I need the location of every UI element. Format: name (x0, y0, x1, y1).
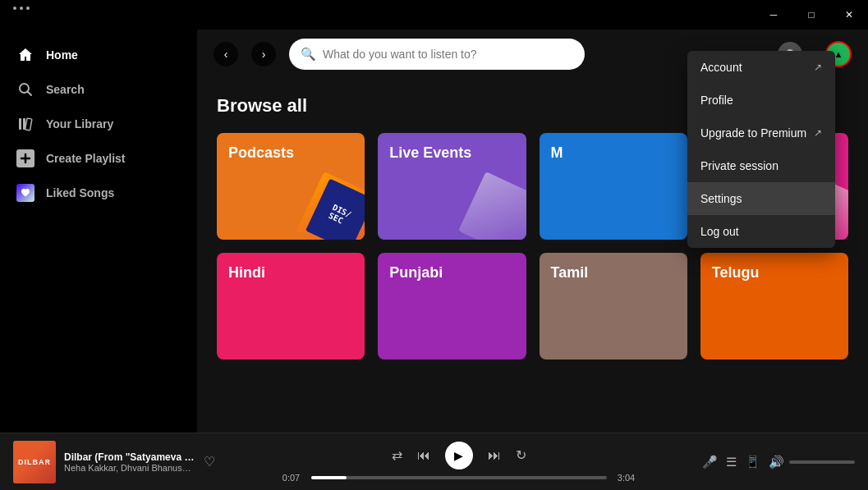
progress-fill (311, 476, 347, 479)
next-button[interactable]: ⏭ (488, 448, 501, 463)
player-title: Dilbar (From "Satyameva Jayate") (64, 451, 195, 463)
search-bar[interactable]: 🔍 (289, 39, 585, 70)
liked-songs-icon (16, 184, 34, 202)
repeat-button[interactable]: ↻ (516, 447, 526, 463)
maximize-button[interactable]: □ (792, 0, 830, 30)
category-hindi[interactable]: Hindi (217, 253, 365, 359)
plus-icon (16, 149, 34, 167)
current-time: 0:07 (278, 473, 305, 483)
dropdown-account[interactable]: Account ↗ (687, 51, 835, 84)
svg-rect-2 (19, 118, 21, 130)
player-bar: DILBAR Dilbar (From "Satyameva Jayate") … (0, 433, 868, 490)
dropdown-profile[interactable]: Profile (687, 84, 835, 117)
category-tamil[interactable]: Tamil (540, 253, 687, 359)
category-punjabi[interactable]: Punjabi (378, 253, 526, 359)
dropdown-settings[interactable]: Settings (687, 182, 835, 215)
volume-icon[interactable]: 🔊 (769, 455, 784, 469)
shuffle-button[interactable]: ⇄ (392, 447, 402, 463)
external-link-icon-2: ↗ (814, 127, 822, 139)
category-music[interactable]: M (540, 133, 687, 240)
lyrics-icon[interactable]: 🎤 (702, 455, 718, 469)
category-telugu[interactable]: Telugu (700, 253, 848, 359)
title-bar: ─ □ ✕ (0, 0, 868, 30)
sidebar-item-home[interactable]: Home (0, 38, 197, 72)
minimize-button[interactable]: ─ (755, 0, 792, 30)
dropdown-logout[interactable]: Log out (687, 215, 835, 248)
progress-area: 0:07 3:04 (278, 473, 640, 483)
three-dots (13, 7, 30, 10)
queue-icon[interactable]: ☰ (726, 455, 737, 469)
svg-line-1 (28, 92, 32, 96)
dropdown-private-session[interactable]: Private session (687, 149, 835, 182)
player-album-art: DILBAR (13, 441, 56, 483)
dropdown-upgrade[interactable]: Upgrade to Premium ↗ (687, 117, 835, 149)
progress-bar[interactable] (311, 476, 607, 479)
sidebar-item-create-playlist[interactable]: Create Playlist (0, 141, 197, 176)
control-buttons: ⇄ ⏮ ▶ ⏭ ↻ (392, 442, 526, 469)
volume-area: 🔊 (769, 455, 855, 469)
play-button[interactable]: ▶ (445, 442, 473, 469)
player-artist: Neha Kakkar, Dhvani Bhanushali, Ikka, T (64, 463, 195, 473)
close-button[interactable]: ✕ (830, 0, 868, 30)
category-podcasts[interactable]: Podcasts DIS/SEC (217, 133, 365, 240)
total-time: 3:04 (613, 473, 640, 483)
devices-icon[interactable]: 📱 (745, 455, 760, 469)
sidebar-item-search[interactable]: Search (0, 72, 197, 107)
live-events-art (457, 172, 526, 240)
player-controls: ⇄ ⏮ ▶ ⏭ ↻ 0:07 3:04 (223, 442, 694, 483)
category-live-events[interactable]: Live Events (378, 133, 526, 240)
library-icon (16, 115, 34, 133)
sidebar-item-liked-songs[interactable]: Liked Songs (0, 176, 197, 210)
dropdown-menu: Account ↗ Profile Upgrade to Premium ↗ P… (687, 51, 835, 248)
back-button[interactable]: ‹ (214, 42, 238, 66)
sidebar: Home Search Your Library Create Playlist… (0, 30, 197, 433)
search-bar-icon: 🔍 (301, 47, 316, 62)
player-info: Dilbar (From "Satyameva Jayate") Neha Ka… (64, 451, 195, 473)
external-link-icon: ↗ (814, 62, 822, 73)
home-icon (16, 46, 34, 64)
sidebar-item-library[interactable]: Your Library (0, 107, 197, 141)
search-input[interactable] (323, 48, 573, 61)
svg-rect-4 (25, 118, 32, 131)
search-icon (16, 80, 34, 98)
volume-bar[interactable] (789, 460, 855, 464)
forward-button[interactable]: › (251, 42, 276, 66)
podcasts-art: DIS/SEC (296, 172, 365, 240)
previous-button[interactable]: ⏮ (417, 448, 430, 463)
player-right-controls: 🎤 ☰ 📱 🔊 (702, 455, 855, 469)
like-button[interactable]: ♡ (204, 454, 215, 469)
